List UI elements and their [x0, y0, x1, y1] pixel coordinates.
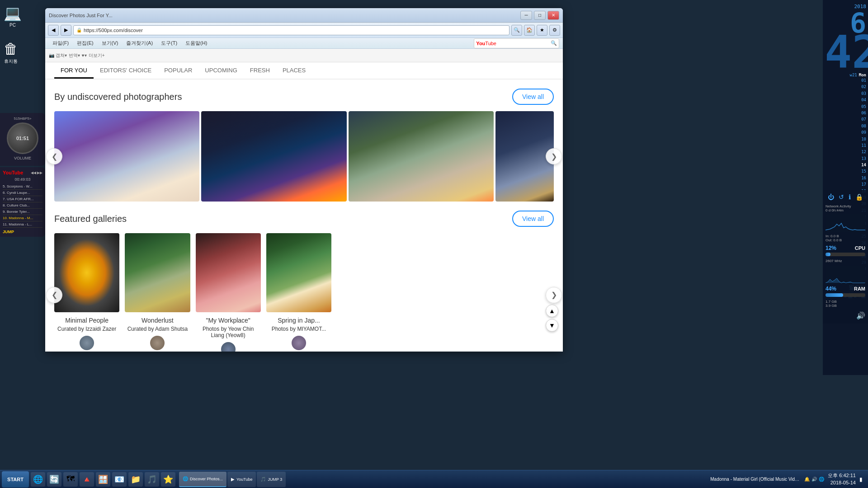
taskbar-media[interactable]: 🎵	[145, 472, 159, 487]
menu-help[interactable]: 도움말(H)	[182, 39, 211, 47]
photo-3[interactable]	[349, 111, 494, 202]
yt-item-7[interactable]: 7. USA FOR AFR...	[3, 196, 42, 202]
power-icon[interactable]: ⏻	[828, 193, 834, 201]
menu-tools[interactable]: 도구(T)	[157, 39, 181, 47]
youtube-list: 5. Scorpions - W... 6. Cyndi Laupe... 7.…	[3, 183, 42, 228]
gallery-title-2: Wonderlust	[125, 317, 190, 324]
tab-fresh[interactable]: FRESH	[244, 63, 276, 79]
carousel-next-photos[interactable]: ❯	[546, 148, 562, 164]
maximize-button[interactable]: □	[534, 11, 546, 20]
settings-btn[interactable]: ⚙	[549, 25, 560, 36]
photo-1[interactable]	[54, 111, 199, 202]
gallery-curator-1: Curated by Izzaidi Zazer	[54, 326, 119, 332]
forward-button[interactable]: ▶	[61, 25, 71, 36]
yt-item-11[interactable]: 11. Madonna - L...	[3, 221, 42, 228]
taskbar-windows[interactable]: 🪟	[96, 472, 110, 487]
carousel-prev-galleries[interactable]: ❮	[46, 287, 62, 303]
taskbar-star[interactable]: ⭐	[161, 472, 175, 487]
taskbar-files[interactable]: 📁	[128, 472, 143, 487]
yt-item-8[interactable]: 8. Culture Club...	[3, 202, 42, 209]
yt-back[interactable]: ◀◀	[31, 171, 36, 175]
toolbar-search[interactable]: YouTube 🔍	[474, 38, 559, 48]
photographers-carousel: ❮ ❯	[54, 111, 554, 202]
tab-for-you[interactable]: FOR YOU	[54, 63, 94, 79]
taskbar-quick-launch: 🌐 🔄 🗺 🔺 🪟 📧 📁 🎵 ⭐	[31, 472, 175, 487]
photographers-view-all[interactable]: View all	[512, 89, 554, 105]
galleries-title: Featured galleries	[54, 214, 127, 224]
volume-icon[interactable]: 🔊	[856, 311, 865, 320]
yt-item-5[interactable]: 5. Scorpions - W...	[3, 183, 42, 190]
tab-editors-choice[interactable]: EDITORS' CHOICE	[94, 63, 158, 79]
gallery-avatar-3	[221, 342, 236, 352]
galleries-header: Featured galleries View all	[54, 211, 554, 227]
pc-icon[interactable]: 💻 PC	[4, 5, 22, 28]
search-btn[interactable]: 🔍	[511, 25, 522, 36]
gallery-item-1[interactable]: Minimal People Curated by Izzaidi Zazer	[54, 233, 119, 352]
toolbar-translate: 번역▾	[69, 52, 80, 59]
show-desktop-btn[interactable]: ▮	[859, 476, 863, 483]
menu-view[interactable]: 보기(V)	[98, 39, 122, 47]
youtube-header: YouTube ◀◀ ▶▶	[3, 170, 42, 175]
yt-fwd[interactable]: ▶▶	[37, 171, 42, 175]
taskbar-app-ie[interactable]: 🌐Discover Photos...	[179, 472, 226, 487]
volume-speed: 515HBP5>	[4, 117, 42, 121]
net-time: 0 d 0h:44m	[826, 208, 865, 212]
taskbar-clock: 오후 6:42:11 2018-05-14	[828, 472, 856, 486]
lock-icon[interactable]: 🔒	[855, 193, 863, 201]
refresh-icon[interactable]: ↺	[839, 193, 844, 201]
carousel-next-galleries[interactable]: ❯	[546, 287, 562, 303]
recycle-label: 휴지통	[4, 58, 18, 65]
volume-time: 01:51	[16, 136, 29, 141]
gallery-item-3[interactable]: "My Workplace" Photos by Yeow Chin Liang…	[196, 233, 261, 352]
galleries-row: Minimal People Curated by Izzaidi Zazer …	[54, 233, 331, 352]
search-icon[interactable]: 🔍	[551, 40, 557, 46]
back-button[interactable]: ◀	[48, 25, 59, 36]
scroll-up-btn[interactable]: ▲	[546, 305, 558, 317]
main-content[interactable]: By undiscovered photographers View all ❮…	[45, 80, 563, 352]
info-icon[interactable]: ℹ	[849, 193, 851, 201]
gallery-avatar-2	[150, 336, 165, 350]
big-num: 42	[825, 32, 866, 73]
photo-2[interactable]	[201, 111, 346, 202]
yt-item-6[interactable]: 6. Cyndi Laupe...	[3, 190, 42, 196]
volume-knob[interactable]: 01:51	[7, 122, 38, 154]
pc-label: PC	[9, 23, 16, 28]
tab-places[interactable]: PLACES	[276, 63, 312, 79]
tab-upcoming[interactable]: UPCOMING	[198, 63, 244, 79]
photo-4[interactable]	[495, 111, 554, 202]
title-bar: Discover Photos Just For Y... ─ □ ✕	[45, 8, 563, 23]
start-button[interactable]: START	[2, 471, 29, 488]
search-input[interactable]	[496, 41, 551, 46]
menu-edit[interactable]: 편집(E)	[73, 39, 97, 47]
recycle-bin-icon[interactable]: 🗑 휴지통	[4, 41, 18, 65]
taskbar-mail[interactable]: 📧	[112, 472, 127, 487]
gallery-avatar-4	[292, 336, 306, 350]
star-btn[interactable]: ★	[537, 25, 547, 36]
yt-item-9[interactable]: 9. Bonnie Tyler...	[3, 209, 42, 215]
tab-popular[interactable]: POPULAR	[158, 63, 198, 79]
taskbar-chrome[interactable]: 🌐	[31, 472, 45, 487]
taskbar-app-yt[interactable]: ▶YouTube	[227, 472, 256, 487]
yt-item-10[interactable]: 10. Madonna - M...	[3, 215, 42, 221]
taskbar-switch[interactable]: 🔄	[47, 472, 61, 487]
home-btn[interactable]: 🏠	[524, 25, 535, 36]
taskbar-triangle[interactable]: 🔺	[80, 472, 94, 487]
cpu-mhz: 2607 MHz	[826, 259, 865, 263]
taskbar-maps[interactable]: 🗺	[63, 472, 78, 487]
galleries-section: Featured galleries View all ❮ Minimal Pe…	[54, 211, 554, 352]
galleries-view-all[interactable]: View all	[512, 211, 554, 227]
taskbar-app-jump[interactable]: 🎵JUMP 3	[257, 472, 286, 487]
menu-favorites[interactable]: 즐겨찾기(A)	[123, 39, 156, 47]
url-bar[interactable]: 🔒 https://500px.com/discover	[73, 25, 509, 35]
scroll-down-btn[interactable]: ▼	[546, 319, 558, 332]
photos-row	[54, 111, 554, 202]
toolbar-tools2: 더보기+	[89, 52, 105, 59]
carousel-prev-photos[interactable]: ❮	[46, 148, 62, 164]
menu-file[interactable]: 파일(F)	[49, 39, 72, 47]
jump-label[interactable]: JUMP	[3, 230, 42, 234]
gallery-item-4[interactable]: Spring in Jap... Photos by MIYAMOT...	[266, 233, 331, 352]
close-button[interactable]: ✕	[547, 11, 559, 20]
cpu-bar-bg	[826, 253, 865, 256]
gallery-item-2[interactable]: Wonderlust Curated by Adam Shutsa	[125, 233, 190, 352]
minimize-button[interactable]: ─	[520, 11, 532, 20]
